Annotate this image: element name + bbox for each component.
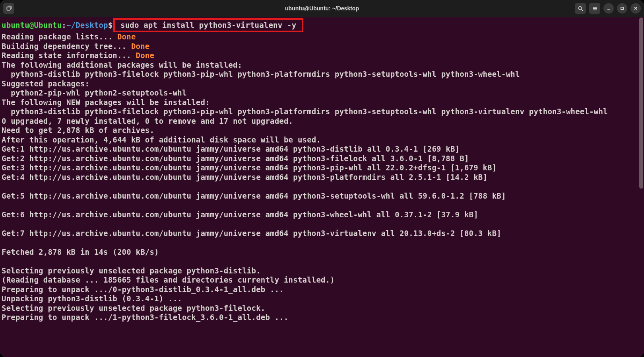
terminal-content: ubuntu@Ubuntu:~/Desktop$ sudo apt instal… (2, 18, 642, 322)
output-line: Get:3 http://us.archive.ubuntu.com/ubunt… (2, 163, 497, 172)
prompt-line: ubuntu@Ubuntu:~/Desktop$ sudo apt instal… (2, 18, 642, 32)
prompt-colon: : (62, 21, 66, 29)
window-title: ubuntu@Ubuntu: ~/Desktop (0, 5, 644, 12)
output-line: Reading state information... (2, 51, 136, 60)
svg-rect-0 (7, 7, 10, 10)
terminal-window: ubuntu@Ubuntu: ~/Desktop (0, 0, 644, 357)
terminal-body[interactable]: ubuntu@Ubuntu:~/Desktop$ sudo apt instal… (0, 17, 644, 357)
output-line: Preparing to unpack .../0-python3-distli… (2, 285, 284, 294)
output-line: After this operation, 4,644 kB of additi… (2, 135, 321, 144)
output-line: Need to get 2,878 kB of archives. (2, 126, 154, 135)
output-line: Get:6 http://us.archive.ubuntu.com/ubunt… (2, 210, 478, 219)
svg-line-2 (581, 9, 582, 10)
svg-point-1 (578, 6, 582, 10)
entered-command: sudo apt install python3-virtualenv -y (120, 21, 296, 29)
new-tab-icon (6, 6, 12, 12)
command-highlight-box: sudo apt install python3-virtualenv -y (113, 18, 303, 32)
maximize-icon (620, 6, 625, 11)
status-done: Done (131, 42, 150, 51)
close-icon (633, 6, 638, 11)
status-done: Done (117, 32, 136, 41)
search-icon (578, 6, 584, 12)
vertical-scrollbar[interactable] (639, 18, 643, 189)
prompt-user-host: ubuntu@Ubuntu (2, 21, 62, 29)
hamburger-icon (592, 6, 598, 12)
svg-rect-7 (621, 7, 623, 10)
minimize-icon (606, 6, 611, 11)
menu-button[interactable] (589, 3, 600, 14)
output-line: python3-distlib python3-filelock python3… (2, 107, 608, 116)
output-line: python2-pip-whl python2-setuptools-whl (2, 88, 187, 97)
maximize-button[interactable] (617, 3, 627, 14)
output-line: Get:7 http://us.archive.ubuntu.com/ubunt… (2, 229, 501, 238)
output-line: 0 upgraded, 7 newly installed, 0 to remo… (2, 117, 293, 125)
output-line: Reading package lists... (2, 32, 117, 41)
output-line: Get:4 http://us.archive.ubuntu.com/ubunt… (2, 173, 487, 181)
output-line: Selecting previously unselected package … (2, 304, 265, 312)
minimize-button[interactable] (603, 3, 614, 14)
prompt-path: ~/Desktop (66, 21, 108, 29)
prompt-dollar: $ (108, 21, 113, 29)
output-line: Building dependency tree... (2, 42, 131, 51)
output-line: Fetched 2,878 kB in 14s (200 kB/s) (2, 248, 159, 256)
output-line: Selecting previously unselected package … (2, 266, 261, 275)
output-line: (Reading database ... 185665 files and d… (2, 275, 335, 284)
search-button[interactable] (575, 3, 586, 14)
output-line: The following additional packages will b… (2, 60, 242, 69)
status-done: Done (136, 51, 155, 60)
output-line: The following NEW packages will be insta… (2, 98, 210, 107)
output-line: Get:1 http://us.archive.ubuntu.com/ubunt… (2, 144, 460, 153)
output-line: Get:5 http://us.archive.ubuntu.com/ubunt… (2, 191, 506, 200)
output-line: Unpacking python3-distlib (0.3.4-1) ... (2, 294, 182, 303)
titlebar: ubuntu@Ubuntu: ~/Desktop (0, 0, 644, 17)
new-tab-button[interactable] (3, 3, 14, 14)
close-button[interactable] (630, 3, 641, 14)
output-line: Preparing to unpack .../1-python3-filelo… (2, 313, 289, 322)
output-line: Suggested packages: (2, 79, 89, 88)
output-line: Get:2 http://us.archive.ubuntu.com/ubunt… (2, 154, 469, 163)
output-line: python3-distlib python3-filelock python3… (2, 70, 520, 78)
